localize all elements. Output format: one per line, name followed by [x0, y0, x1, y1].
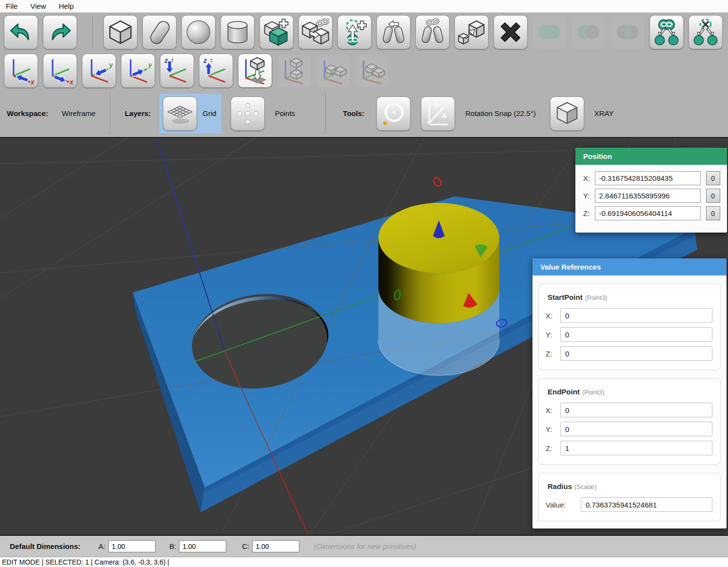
add-cube-button[interactable]	[103, 15, 138, 49]
viewport-3d[interactable]: Position X: 0 Y: 0 Z: 0	[0, 138, 728, 535]
split-linked-button[interactable]	[649, 15, 684, 49]
points-label: Points	[275, 109, 295, 117]
align-y-button[interactable]	[316, 54, 350, 88]
svg-text:z: z	[164, 57, 168, 64]
menu-help[interactable]: Help	[52, 1, 80, 11]
toolbar-separator	[325, 93, 326, 135]
endpoint-x-input[interactable]	[560, 403, 712, 417]
status-bar: EDIT MODE | SELECTED: 1 | Camera: (3,6, …	[0, 557, 728, 567]
drop-to-ground-icon	[241, 57, 269, 84]
endpoint-y-label: Y:	[546, 425, 560, 433]
position-y-reset-button[interactable]: 0	[706, 189, 720, 203]
toolbar: x x y y	[0, 13, 728, 138]
boolean-union-button[interactable]	[532, 15, 567, 49]
add-sphere-button[interactable]	[181, 15, 216, 49]
circle-tool-button[interactable]	[376, 97, 411, 131]
endpoint-card: EndPoint(Point3) X: Y: Z:	[538, 378, 721, 465]
position-row-z: Z: 0	[583, 206, 720, 220]
redo-button[interactable]	[43, 15, 77, 49]
split-unlinked-button[interactable]	[689, 15, 723, 49]
dimension-b-label: B:	[169, 542, 176, 550]
svg-text:y: y	[109, 61, 113, 69]
boolean-subtract-icon	[575, 19, 602, 46]
move-neg-x-button[interactable]: x	[4, 54, 38, 88]
move-pos-x-icon: x	[46, 57, 74, 84]
dimension-a-label: A:	[98, 542, 105, 550]
startpoint-x-input[interactable]	[560, 308, 712, 323]
boolean-intersect-button[interactable]	[610, 15, 645, 49]
align-x-button[interactable]	[355, 54, 389, 88]
dimension-c-input[interactable]	[252, 540, 299, 552]
radius-value-input[interactable]	[581, 497, 712, 512]
points-layer-button[interactable]	[231, 97, 265, 131]
startpoint-z-input[interactable]	[560, 346, 712, 361]
undo-icon	[7, 19, 35, 46]
position-x-input[interactable]	[595, 171, 701, 185]
points-icon	[235, 101, 260, 126]
mirror-linked-button[interactable]	[415, 15, 450, 49]
move-neg-x-icon: x	[7, 57, 35, 84]
split-unlinked-icon	[692, 19, 719, 46]
dimensions-note: (Dimensions for new primitives)	[314, 542, 416, 550]
startpoint-y-label: Y:	[546, 331, 560, 339]
startpoint-z-label: Z:	[546, 350, 560, 358]
svg-text:y: y	[148, 61, 152, 69]
endpoint-x-label: X:	[546, 406, 560, 414]
promote-link-icon	[341, 19, 368, 46]
position-z-reset-button[interactable]: 0	[706, 206, 720, 220]
undo-button[interactable]	[4, 15, 38, 49]
startpoint-y-input[interactable]	[560, 327, 712, 342]
startpoint-x-label: X:	[546, 312, 560, 320]
dimension-a-input[interactable]	[108, 540, 156, 552]
default-dimensions-label: Default Dimensions:	[10, 542, 80, 550]
move-neg-y-button[interactable]: y	[82, 54, 116, 88]
move-neg-z-button[interactable]: z	[160, 54, 194, 88]
dimension-b-input[interactable]	[179, 540, 226, 552]
position-panel-header[interactable]: Position	[575, 148, 727, 165]
move-neg-z-icon: z	[163, 57, 191, 84]
position-row-x: X: 0	[583, 171, 720, 185]
duplicate-icon	[263, 19, 290, 46]
move-pos-y-button[interactable]: y	[121, 54, 155, 88]
position-y-label: Y:	[583, 192, 595, 200]
position-z-label: Z:	[583, 209, 595, 217]
value-references-panel-header[interactable]: Value References	[532, 258, 727, 275]
move-pos-z-button[interactable]: z	[199, 54, 233, 88]
startpoint-type: (Point3)	[585, 294, 608, 301]
rotation-snap-button[interactable]	[421, 97, 455, 131]
stack-align-z-button[interactable]	[277, 54, 311, 88]
position-y-input[interactable]	[595, 189, 701, 203]
position-x-reset-button[interactable]: 0	[706, 171, 720, 185]
endpoint-y-input[interactable]	[560, 422, 712, 436]
boolean-subtract-button[interactable]	[571, 15, 606, 49]
menu-view[interactable]: View	[24, 1, 52, 11]
duplicate-button[interactable]	[259, 15, 294, 49]
radius-type: (Scalar)	[574, 483, 597, 490]
xray-button[interactable]	[550, 97, 584, 131]
mirror-linked-icon	[419, 19, 446, 46]
add-capsule-button[interactable]	[142, 15, 177, 49]
position-z-input[interactable]	[595, 206, 701, 220]
endpoint-z-input[interactable]	[560, 441, 712, 455]
app-window: File View Help	[0, 0, 728, 567]
menu-file[interactable]: File	[0, 1, 24, 11]
add-cylinder-button[interactable]	[220, 15, 255, 49]
workspace-value[interactable]: Wireframe	[62, 109, 96, 117]
mirror-button[interactable]	[376, 15, 411, 49]
drop-to-ground-button[interactable]	[238, 54, 272, 88]
endpoint-title: EndPoint(Point3)	[548, 388, 712, 396]
xray-label: XRAY	[594, 109, 614, 117]
delete-button[interactable]	[493, 15, 528, 49]
position-row-y: Y: 0	[583, 189, 720, 203]
move-pos-y-icon: y	[124, 57, 152, 84]
promote-link-button[interactable]	[337, 15, 372, 49]
dimension-c-label: C:	[242, 542, 249, 550]
grid-layer-highlight: Grid	[159, 93, 221, 134]
endpoint-z-label: Z:	[546, 444, 560, 452]
grid-layer-button[interactable]	[163, 97, 197, 131]
scale-object-button[interactable]	[454, 15, 489, 49]
mirror-icon	[380, 19, 407, 46]
move-pos-z-icon: z	[202, 57, 230, 84]
instance-copy-button[interactable]	[298, 15, 333, 49]
move-pos-x-button[interactable]: x	[43, 54, 77, 88]
